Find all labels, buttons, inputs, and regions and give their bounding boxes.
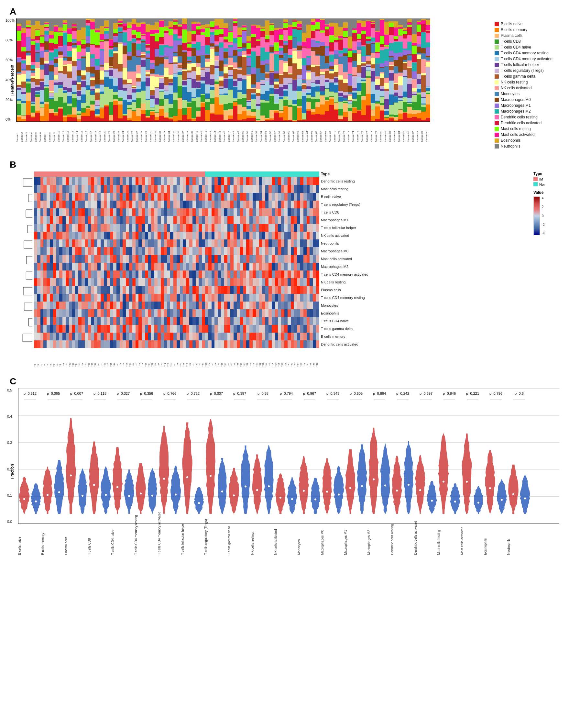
bar-column[interactable] [219,18,224,121]
bar-column[interactable] [306,18,311,121]
bar-column[interactable] [81,18,86,121]
violin-red [369,428,379,514]
bar-column[interactable] [141,18,145,121]
bar-column[interactable] [196,18,201,121]
bar-column[interactable] [132,18,136,121]
bar-column[interactable] [421,18,426,121]
bar-column[interactable] [352,18,357,121]
bar-column[interactable] [150,18,155,121]
bar-column[interactable] [146,18,150,121]
bar-column[interactable] [210,18,214,121]
bar-column[interactable] [361,18,366,121]
bar-column[interactable] [155,18,159,121]
bar-column[interactable] [380,18,384,121]
bar-column[interactable] [384,18,389,121]
bar-column[interactable] [31,18,35,121]
heatmap-cell [253,208,256,216]
bar-column[interactable] [191,18,196,121]
bar-column[interactable] [394,18,398,121]
bar-column[interactable] [40,18,44,121]
bar-column[interactable] [311,18,315,121]
bar-column[interactable] [159,18,164,121]
bar-column[interactable] [214,18,219,121]
bar-column[interactable] [338,18,343,121]
bar-column[interactable] [67,18,72,121]
bar-column[interactable] [17,18,21,121]
bar-column[interactable] [279,18,283,121]
heatmap-cell [218,278,221,286]
heatmap-cell [212,239,215,247]
bar-column[interactable] [164,18,169,121]
bar-column[interactable] [72,18,76,121]
bar-column[interactable] [182,18,187,121]
heatmap-cell [294,239,297,247]
bar-column[interactable] [233,18,237,121]
bar-column[interactable] [329,18,334,121]
bar-column[interactable] [389,18,393,121]
bar-column[interactable] [237,18,242,121]
bar-column[interactable] [187,18,191,121]
bar-column[interactable] [228,18,233,121]
bar-column[interactable] [256,18,260,121]
bar-column[interactable] [371,18,375,121]
bar-column[interactable] [375,18,380,121]
bar-column[interactable] [407,18,412,121]
bar-column[interactable] [63,18,67,121]
bar-column[interactable] [109,18,113,121]
bar-segment [311,87,315,97]
bar-column[interactable] [169,18,173,121]
bar-column[interactable] [302,18,306,121]
bar-column[interactable] [251,18,256,121]
bar-column[interactable] [297,18,301,121]
heatmap-cell [104,286,107,294]
bar-column[interactable] [242,18,246,121]
bar-column[interactable] [398,18,403,121]
heatmap-cell [202,294,205,302]
bar-column[interactable] [325,18,329,121]
bar-column[interactable] [127,18,132,121]
bar-column[interactable] [348,18,352,121]
bar-column[interactable] [77,18,81,121]
bar-column[interactable] [334,18,338,121]
bar-column[interactable] [315,18,320,121]
bar-column[interactable] [35,18,40,121]
bar-column[interactable] [86,18,90,121]
bar-column[interactable] [265,18,269,121]
bar-column[interactable] [224,18,228,121]
bar-column[interactable] [173,18,178,121]
bar-column[interactable] [100,18,104,121]
bar-column[interactable] [412,18,416,121]
bar-column[interactable] [90,18,95,121]
bar-column[interactable] [366,18,370,121]
bar-column[interactable] [118,18,122,121]
bar-column[interactable] [49,18,53,121]
bar-column[interactable] [54,18,58,121]
bar-column[interactable] [58,18,63,121]
bar-segment [334,93,338,102]
bar-column[interactable] [283,18,288,121]
bar-column[interactable] [288,18,292,121]
bar-column[interactable] [343,18,347,121]
bar-column[interactable] [178,18,182,121]
bar-column[interactable] [201,18,205,121]
bar-column[interactable] [123,18,127,121]
bar-column[interactable] [205,18,210,121]
bar-column[interactable] [403,18,407,121]
bar-column[interactable] [104,18,109,121]
bar-column[interactable] [357,18,361,121]
bar-column[interactable] [269,18,274,121]
bar-column[interactable] [246,18,251,121]
bar-column[interactable] [274,18,279,121]
bar-segment [279,48,283,51]
bar-column[interactable] [426,18,430,121]
bar-column[interactable] [44,18,49,121]
bar-column[interactable] [417,18,421,121]
bar-column[interactable] [26,18,30,121]
bar-column[interactable] [95,18,99,121]
bar-column[interactable] [260,18,265,121]
bar-column[interactable] [292,18,297,121]
bar-column[interactable] [113,18,118,121]
bar-column[interactable] [320,18,324,121]
bar-column[interactable] [21,18,26,121]
bar-column[interactable] [136,18,141,121]
